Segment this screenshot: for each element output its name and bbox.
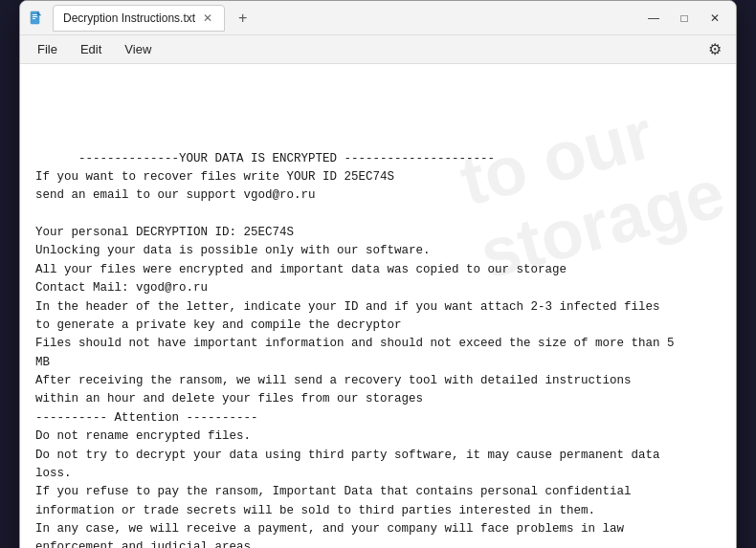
svg-rect-1: [33, 14, 37, 15]
svg-rect-3: [33, 18, 35, 19]
notepad-window: Decryption Instructions.txt ✕ + — □ ✕ Fi…: [19, 0, 737, 548]
menu-bar-right: ⚙: [701, 36, 728, 63]
settings-icon[interactable]: ⚙: [701, 36, 728, 63]
menu-edit[interactable]: Edit: [71, 38, 111, 60]
active-tab[interactable]: Decryption Instructions.txt ✕: [53, 5, 225, 32]
editor-area[interactable]: to ourstorage --------------YOUR DATA IS…: [20, 64, 736, 548]
title-bar-left: Decryption Instructions.txt ✕ +: [28, 5, 640, 32]
window-controls: — □ ✕: [640, 5, 728, 32]
minimize-btn[interactable]: —: [640, 5, 667, 32]
maximize-btn[interactable]: □: [671, 5, 698, 32]
tab-title: Decryption Instructions.txt: [63, 11, 195, 25]
new-tab-btn[interactable]: +: [233, 10, 253, 27]
menu-bar: File Edit View ⚙: [20, 35, 736, 64]
tab-close-btn[interactable]: ✕: [201, 11, 214, 25]
close-btn[interactable]: ✕: [701, 5, 728, 32]
svg-rect-2: [33, 16, 37, 17]
file-content: --------------YOUR DATA IS ENCRYPTED ---…: [35, 152, 675, 549]
file-icon: [28, 10, 45, 27]
editor-content: --------------YOUR DATA IS ENCRYPTED ---…: [35, 131, 721, 548]
menu-view[interactable]: View: [115, 38, 161, 60]
title-bar: Decryption Instructions.txt ✕ + — □ ✕: [20, 1, 736, 35]
menu-file[interactable]: File: [28, 38, 67, 60]
